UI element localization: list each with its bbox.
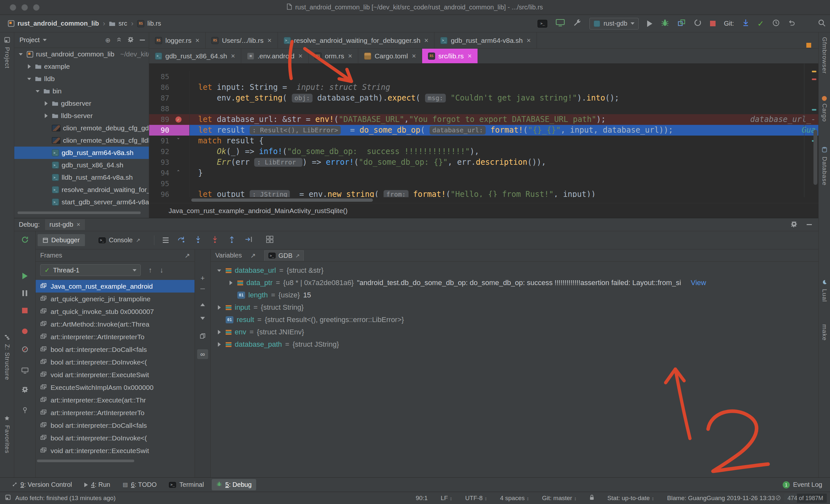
tool-button-structure[interactable]: Z: Structure <box>0 334 14 380</box>
tree-item[interactable]: clion_remote_debug_cfg_gdb.p <box>14 122 149 134</box>
status-item[interactable]: Blame: GuangGuang 2019-11-26 13:33 <box>667 495 775 502</box>
status-item[interactable]: Git: master↕ <box>542 495 576 502</box>
zoom-window-button[interactable] <box>33 4 39 11</box>
run-configuration-select[interactable]: rust-gdb <box>589 18 638 30</box>
chevron-right-icon[interactable] <box>43 114 49 118</box>
tool-window-button[interactable]: 9: Version Control <box>8 479 76 491</box>
editor-tab[interactable]: RSUsers/.../lib.rs× <box>205 32 278 48</box>
tree-item[interactable]: >_lldb_rust_arm64-v8a.sh <box>14 171 149 184</box>
device-monitor-icon[interactable] <box>556 19 565 28</box>
add-watch-icon[interactable]: + <box>195 274 211 282</box>
editor-tab[interactable]: RSorm.rs× <box>309 49 358 63</box>
tool-button-make[interactable]: make <box>819 324 830 341</box>
gear-icon[interactable] <box>791 220 798 229</box>
terminal-icon[interactable]: >_ <box>538 20 547 28</box>
chevron-right-icon[interactable] <box>216 342 222 347</box>
close-icon[interactable]: × <box>526 36 531 45</box>
editor-vscrollbar[interactable] <box>813 130 817 185</box>
inspection-status-icon[interactable] <box>806 43 811 48</box>
line-number[interactable]: 88 <box>149 103 169 114</box>
tree-item[interactable]: example <box>14 60 149 73</box>
breadcrumb[interactable]: rust_android_common_lib›src›RSlib.rs <box>8 20 161 28</box>
frame-row[interactable]: art::interpreter::Execute(art::Thr <box>36 394 195 406</box>
pause-icon[interactable] <box>14 290 35 296</box>
frame-row[interactable]: void art::interpreter::ExecuteSwit <box>36 444 195 457</box>
view-breakpoints-icon[interactable] <box>14 328 35 334</box>
gear-icon[interactable] <box>127 36 134 44</box>
code-line[interactable]: 90let result : Result<(), LibError> = do… <box>149 125 818 135</box>
gear-icon[interactable] <box>14 386 35 393</box>
editor-tab[interactable]: RSsrc/lib.rs× <box>422 49 478 63</box>
variable-row[interactable]: database_path={struct JString} <box>211 338 818 351</box>
code-line[interactable]: 88 <box>149 103 818 114</box>
chevron-down-icon[interactable] <box>18 53 24 56</box>
tool-button-lual[interactable]: Lual <box>819 279 830 302</box>
editor-tab[interactable]: ≡.env.android× <box>241 49 309 63</box>
line-number[interactable]: 86 <box>149 82 169 93</box>
chevron-down-icon[interactable] <box>34 90 41 92</box>
chevron-down-icon[interactable] <box>216 270 222 272</box>
variable-row[interactable]: data_ptr={u8 * | 0x7a2de081a6}"android_t… <box>211 277 818 289</box>
code-editor[interactable]: 8586let input: String = input: struct St… <box>149 64 818 197</box>
code-line[interactable]: 93 Err(err : LibError ) => error!("do_so… <box>149 157 818 168</box>
tree-item[interactable]: clion_remote_debug_cfg_lldb.jp <box>14 134 149 147</box>
popout-icon[interactable]: ↗ <box>250 252 256 259</box>
tool-window-button[interactable]: >_Terminal <box>164 479 209 491</box>
history-clock-icon[interactable] <box>772 19 780 28</box>
frame-row[interactable]: Java_com_rust_example_android <box>36 280 195 292</box>
chevron-right-icon[interactable] <box>216 305 222 310</box>
stop-button[interactable] <box>710 21 715 26</box>
profiler-icon[interactable] <box>694 19 702 28</box>
locate-icon[interactable]: ⊕ <box>105 36 110 44</box>
variable-row[interactable]: 01length={usize}15 <box>211 289 818 301</box>
step-out-icon[interactable] <box>228 235 236 245</box>
status-item[interactable]: Stat: up-to-date↕ <box>607 495 654 502</box>
frame-row[interactable]: art::interpreter::ArtInterpreterTo <box>36 330 195 343</box>
run-button[interactable] <box>647 21 652 27</box>
step-over-icon[interactable] <box>177 235 186 245</box>
tree-item[interactable]: rust_android_common_lib~/dev_kit/src_c <box>14 48 149 60</box>
frame-row[interactable]: art::ArtMethod::Invoke(art::Threa <box>36 318 195 330</box>
mute-breakpoints-icon[interactable] <box>14 346 35 352</box>
stop-icon[interactable] <box>14 308 35 313</box>
frame-row[interactable]: bool art::interpreter::DoCall<fals <box>36 343 195 356</box>
line-number[interactable]: 90 <box>149 125 169 135</box>
tool-window-button[interactable]: ▤6: TODO <box>118 479 161 491</box>
editor-tab[interactable]: >_gdb_rust_x86_64.sh× <box>149 49 241 63</box>
tree-item[interactable]: lldb <box>14 73 149 85</box>
pin-icon[interactable] <box>14 406 35 413</box>
variable-row[interactable]: 01result={struct Result<(), greetings::e… <box>211 314 818 326</box>
wrench-icon[interactable] <box>573 19 581 28</box>
code-line[interactable]: 91ˇmatch result { <box>149 135 818 146</box>
search-icon[interactable] <box>818 19 826 29</box>
line-number[interactable]: 96 <box>149 189 169 197</box>
view-link[interactable]: View <box>691 279 706 287</box>
tree-item[interactable]: >_resolve_android_waiting_for_debu <box>14 184 149 196</box>
tool-button-cargo[interactable]: Cargo <box>819 96 830 122</box>
thread-dump-icon[interactable] <box>14 368 35 374</box>
close-icon[interactable]: × <box>76 221 81 228</box>
layout-menu-icon[interactable] <box>163 238 168 243</box>
memory-indicator[interactable]: 474 of 1987M <box>784 494 827 503</box>
frame-row[interactable]: void art::interpreter::ExecuteSwit <box>36 369 195 381</box>
frame-down-icon[interactable]: ↓ <box>160 266 163 274</box>
code-line[interactable]: 96let output : JString = env.new_string(… <box>149 189 818 197</box>
collapse-all-icon[interactable] <box>117 36 122 44</box>
editor-tab[interactable]: RSlogger.rs× <box>149 32 205 48</box>
editor-hscrollbar[interactable] <box>191 198 373 202</box>
breadcrumb-item[interactable]: RSlib.rs <box>137 20 161 27</box>
tool-button-gfmbrowser[interactable]: Gfmbrowser <box>819 37 830 74</box>
line-number[interactable]: 89 <box>149 114 169 125</box>
close-icon[interactable]: × <box>195 36 200 45</box>
resume-icon[interactable] <box>14 273 35 279</box>
close-icon[interactable]: × <box>468 52 472 60</box>
status-item[interactable]: UTF-8↕ <box>465 495 487 502</box>
line-number[interactable]: 85 <box>149 71 169 82</box>
run-to-cursor-icon[interactable] <box>245 235 253 245</box>
line-number[interactable]: 87 <box>149 93 169 103</box>
frame-row[interactable]: art::interpreter::ArtInterpreterTo <box>36 406 195 419</box>
git-commit-icon[interactable]: ✓ <box>757 19 764 28</box>
project-view-title[interactable]: Project <box>20 36 39 44</box>
move-up-icon[interactable] <box>195 303 211 306</box>
toolwindow-toggle-icon[interactable] <box>5 495 11 502</box>
